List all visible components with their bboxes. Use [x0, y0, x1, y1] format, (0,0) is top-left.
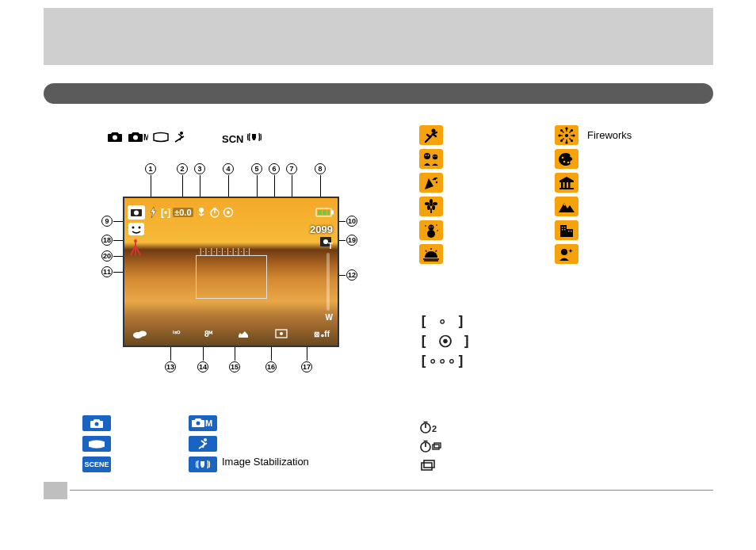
- svg-rect-71: [562, 229, 563, 231]
- svg-point-34: [433, 155, 434, 156]
- svg-rect-74: [571, 231, 572, 232]
- flash-icon: [147, 206, 158, 219]
- page-number-box: [44, 482, 67, 499]
- macro-flower-icon: [419, 197, 443, 216]
- svg-point-16: [132, 227, 135, 229]
- svg-point-53: [566, 142, 567, 143]
- svg-point-42: [427, 205, 430, 210]
- panorama-mode-icon: [82, 436, 111, 452]
- svg-rect-79: [433, 445, 439, 449]
- stabilizer-off-icon: ⦻ₒff: [313, 330, 330, 338]
- svg-rect-69: [562, 227, 563, 228]
- mountain-icon: [555, 197, 578, 216]
- svg-point-22: [139, 331, 147, 337]
- iso-icon: [223, 207, 234, 218]
- drive-mode-icons: 2: [419, 420, 441, 472]
- auto-mode-icon: [82, 415, 111, 431]
- svg-point-35: [435, 155, 436, 156]
- callout-6: 6: [269, 163, 280, 174]
- af-area-icon: [274, 328, 288, 339]
- camera-m-icon: M: [128, 132, 148, 143]
- callout-16: 16: [265, 361, 277, 372]
- fireworks-label: Fireworks: [587, 129, 632, 141]
- svg-rect-81: [422, 463, 432, 470]
- callout-19: 19: [346, 235, 357, 246]
- stabilization-mode-icon: [189, 456, 217, 472]
- svg-point-49: [436, 224, 437, 226]
- svg-point-1: [133, 136, 138, 140]
- svg-rect-63: [561, 182, 563, 188]
- scene-icons-column-1: [419, 125, 443, 264]
- kids-icon: [419, 149, 443, 169]
- tripod-icon: [128, 239, 143, 257]
- size-indicator: 8ᴹ: [204, 330, 213, 338]
- macro-icon: [196, 207, 207, 218]
- af-area-icons: [ ∘ ] [ ⦿ ] [∘∘∘]: [419, 313, 472, 369]
- hand-shake-icon: [246, 131, 263, 143]
- zoom-bar: T W: [322, 242, 333, 322]
- exposure-scale: |·|·|·|·|·|·|·|·|·|: [200, 247, 251, 255]
- callout-20: 20: [101, 250, 113, 262]
- scene-icons-column-2: [555, 125, 578, 264]
- svg-point-32: [426, 155, 427, 156]
- scn-label: SCN: [222, 133, 243, 145]
- svg-rect-80: [434, 443, 441, 448]
- manual-mode-icon: M: [189, 415, 217, 431]
- svg-point-0: [113, 136, 117, 140]
- sunset-icon: [419, 244, 443, 264]
- callout-13: 13: [165, 361, 176, 372]
- svg-rect-72: [564, 229, 566, 231]
- svg-point-24: [280, 332, 283, 335]
- svg-point-3: [180, 132, 183, 135]
- callout-2: 2: [177, 163, 188, 174]
- svg-rect-68: [567, 229, 573, 237]
- svg-rect-12: [323, 210, 326, 215]
- af-center-icon: [ ⦿ ]: [419, 333, 472, 349]
- svg-point-5: [134, 211, 139, 216]
- callout-9: 9: [101, 216, 113, 227]
- svg-point-54: [559, 135, 560, 136]
- svg-point-31: [433, 154, 437, 159]
- af-spot-icon: [ ∘ ]: [419, 313, 472, 330]
- callout-14: 14: [197, 361, 208, 372]
- svg-point-6: [199, 208, 204, 212]
- wb-icon: [132, 328, 148, 339]
- callout-17: 17: [301, 361, 312, 372]
- mode-icon-column-right: M: [189, 415, 217, 472]
- svg-point-59: [561, 139, 563, 141]
- svg-point-9: [227, 211, 230, 214]
- svg-text:M: M: [143, 133, 148, 142]
- svg-point-43: [432, 205, 435, 210]
- svg-point-52: [566, 128, 567, 129]
- focus-frame: [196, 255, 267, 299]
- panorama-icon: [153, 132, 169, 143]
- svg-rect-73: [568, 231, 570, 232]
- svg-rect-11: [318, 210, 322, 215]
- svg-point-25: [95, 422, 99, 426]
- scene-mode-icon: SCENE: [82, 456, 111, 472]
- building-icon: [555, 220, 578, 240]
- image-stabilization-label: Image Stabilization: [222, 456, 309, 468]
- callout-3: 3: [194, 163, 205, 174]
- svg-rect-65: [568, 182, 571, 188]
- zoom-w-label: W: [326, 313, 333, 322]
- ev-indicator: ±0.0: [173, 208, 193, 217]
- svg-point-61: [563, 160, 566, 162]
- svg-point-44: [429, 224, 434, 230]
- callout-5: 5: [251, 163, 262, 174]
- svg-point-26: [197, 422, 200, 426]
- fireworks-icon: [555, 125, 578, 145]
- timer-2s-icon: 2: [419, 420, 441, 434]
- party-icon: [419, 173, 443, 193]
- lcd-bottom-overlay: ᴵˢᴼ 8ᴹ ⦻ₒff: [132, 325, 330, 342]
- footer-rule: [70, 490, 713, 491]
- af-multi-icon: [∘∘∘]: [419, 353, 472, 369]
- svg-rect-67: [560, 225, 567, 237]
- svg-rect-66: [559, 188, 574, 189]
- mode-icon-column-left: SCENE: [82, 415, 111, 472]
- skier-icon: [174, 131, 186, 143]
- callout-12: 12: [346, 269, 357, 281]
- callout-1: 1: [145, 163, 156, 174]
- callout-15: 15: [229, 361, 240, 372]
- svg-point-46: [430, 226, 430, 227]
